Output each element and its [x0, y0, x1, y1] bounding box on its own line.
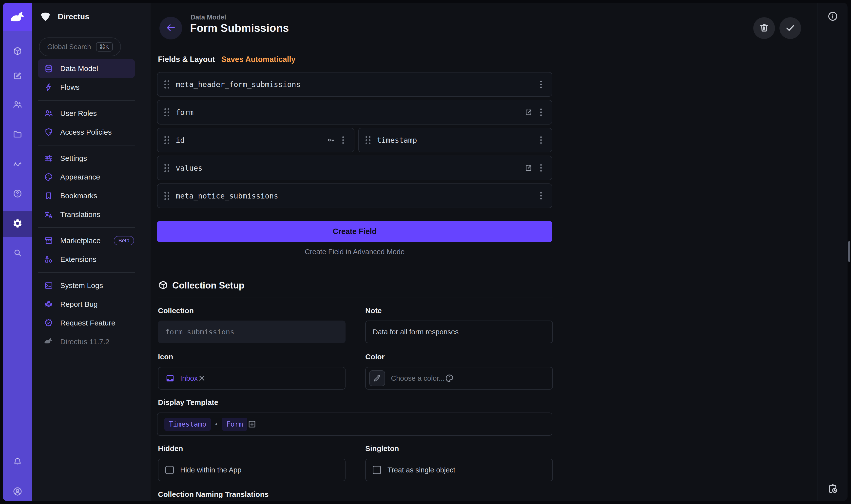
- external-link-icon[interactable]: [524, 164, 533, 172]
- field-row-timestamp[interactable]: timestamp: [358, 128, 552, 152]
- eyedropper-icon[interactable]: [369, 370, 385, 386]
- note-field-label: Note: [365, 306, 382, 315]
- field-row-id[interactable]: id: [157, 128, 354, 152]
- icon-field-label: Icon: [158, 353, 173, 361]
- tune-icon: [44, 154, 53, 163]
- drag-handle-icon[interactable]: [164, 164, 169, 172]
- nav-item-bookmarks[interactable]: Bookmarks: [38, 186, 135, 205]
- palette-icon[interactable]: [445, 374, 454, 383]
- display-template-input[interactable]: Timestamp • Form: [157, 413, 552, 436]
- search-icon: [13, 248, 22, 259]
- checkbox-unchecked-icon[interactable]: [166, 466, 174, 474]
- logo-button[interactable]: [3, 3, 32, 31]
- info-sidebar-button[interactable]: [817, 8, 848, 25]
- nav-item-report-bug[interactable]: Report Bug: [38, 295, 135, 314]
- account-button[interactable]: [3, 479, 32, 501]
- nav-item-label: Marketplace: [60, 236, 101, 245]
- nav-item-user-roles[interactable]: User Roles: [38, 104, 135, 123]
- field-name: timestamp: [377, 136, 417, 144]
- drag-handle-icon[interactable]: [164, 136, 169, 144]
- navigation-sidebar: Directus Global Search ⌘K Data Model Flo…: [32, 3, 151, 501]
- nav-item-settings[interactable]: Settings: [38, 149, 135, 168]
- collection-field-label: Collection: [158, 306, 194, 315]
- nav-item-label: Settings: [60, 154, 87, 162]
- module-user-directory[interactable]: [3, 92, 32, 118]
- singleton-checkbox-row[interactable]: Treat as single object: [365, 458, 553, 481]
- module-search[interactable]: [3, 240, 32, 266]
- field-menu-icon[interactable]: [536, 136, 546, 144]
- note-input[interactable]: Data for all form responses: [365, 321, 553, 343]
- field-menu-icon[interactable]: [338, 136, 348, 144]
- field-row-values[interactable]: values: [157, 156, 552, 180]
- nav-item-label: Data Model: [60, 64, 98, 73]
- color-input[interactable]: Choose a color...: [365, 367, 553, 390]
- field-row-meta-notice[interactable]: meta_notice_submissions: [157, 183, 552, 208]
- module-editor[interactable]: [3, 64, 32, 89]
- nav-item-flows[interactable]: Flows: [38, 78, 135, 97]
- field-menu-icon[interactable]: [536, 108, 546, 116]
- global-search-input[interactable]: Global Search ⌘K: [39, 37, 121, 56]
- users-icon: [44, 109, 53, 118]
- field-name: id: [176, 136, 185, 144]
- folder-icon: [13, 129, 22, 140]
- advanced-mode-link[interactable]: Create Field in Advanced Mode: [157, 248, 552, 256]
- notifications-button[interactable]: [3, 450, 32, 475]
- drag-handle-icon[interactable]: [366, 136, 370, 144]
- nav-item-extensions[interactable]: Extensions: [38, 250, 135, 269]
- nav-divider: [38, 145, 135, 145]
- module-insights[interactable]: [3, 152, 32, 177]
- hidden-checkbox-row[interactable]: Hide within the App: [158, 458, 346, 481]
- field-menu-icon[interactable]: [536, 164, 546, 172]
- field-row-meta-header[interactable]: meta_header_form_submissions: [157, 72, 552, 97]
- note-value: Data for all form responses: [373, 328, 458, 336]
- fields-layout-label: Fields & Layout: [158, 55, 215, 64]
- external-link-icon[interactable]: [524, 108, 533, 116]
- field-menu-icon[interactable]: [536, 192, 546, 199]
- breadcrumb[interactable]: Data Model: [191, 14, 226, 21]
- field-menu-icon[interactable]: [536, 80, 546, 88]
- module-settings[interactable]: [3, 211, 32, 237]
- save-button[interactable]: [779, 17, 801, 39]
- arrow-left-icon: [166, 22, 176, 34]
- main-content: Data Model Form Submissions Fields & Lay…: [151, 3, 817, 501]
- module-content[interactable]: [3, 39, 32, 64]
- directus-rabbit-logo-icon: [10, 10, 25, 23]
- nav-item-label: Access Policies: [60, 128, 111, 136]
- drag-handle-icon[interactable]: [164, 80, 169, 89]
- drag-handle-icon[interactable]: [164, 192, 169, 200]
- module-help[interactable]: [3, 181, 32, 207]
- template-chip-form[interactable]: Form: [222, 418, 247, 431]
- users-icon: [13, 100, 22, 110]
- field-name: meta_notice_submissions: [176, 192, 278, 200]
- nav-item-translations[interactable]: Translations: [38, 205, 135, 224]
- icon-select[interactable]: Inbox: [158, 367, 346, 390]
- delete-collection-button[interactable]: [753, 17, 775, 39]
- module-file-library[interactable]: [3, 122, 32, 148]
- fields-layout-header: Fields & Layout Saves Automatically: [158, 55, 295, 64]
- close-icon[interactable]: [198, 374, 206, 382]
- nav-item-appearance[interactable]: Appearance: [38, 168, 135, 186]
- nav-list: Data Model Flows User Roles Access Polic…: [38, 59, 135, 351]
- field-row-form[interactable]: form: [157, 100, 552, 125]
- drag-handle-icon[interactable]: [164, 108, 169, 116]
- add-box-icon[interactable]: [247, 419, 257, 429]
- app-window: Directus Global Search ⌘K Data Model Flo…: [0, 0, 851, 504]
- section-divider: [158, 298, 553, 298]
- nav-divider: [38, 100, 135, 101]
- nav-item-data-model[interactable]: Data Model: [38, 59, 135, 78]
- search-placeholder: Global Search: [47, 43, 91, 51]
- nav-item-marketplace[interactable]: Marketplace Beta: [38, 231, 135, 250]
- inbox-icon: [166, 374, 175, 383]
- nav-item-system-logs[interactable]: System Logs: [38, 276, 135, 295]
- template-chip-timestamp[interactable]: Timestamp: [164, 418, 211, 431]
- project-header[interactable]: Directus: [39, 10, 89, 23]
- revisions-sidebar-button[interactable]: [817, 481, 848, 497]
- nav-item-access-policies[interactable]: Access Policies: [38, 123, 135, 142]
- create-field-button[interactable]: Create Field: [157, 221, 552, 242]
- clipboard-clock-icon: [827, 483, 838, 496]
- hidden-checkbox-label: Hide within the App: [180, 466, 241, 474]
- back-button[interactable]: [159, 17, 182, 39]
- page-scrollbar[interactable]: [848, 241, 850, 262]
- nav-item-request-feature[interactable]: Request Feature: [38, 314, 135, 332]
- checkbox-unchecked-icon[interactable]: [373, 466, 381, 474]
